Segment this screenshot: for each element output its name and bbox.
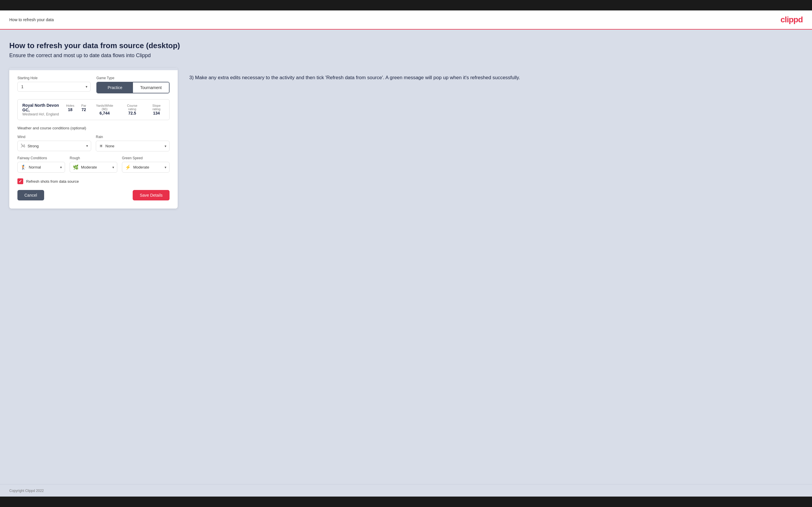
- practice-button[interactable]: Practice: [97, 82, 133, 93]
- header: How to refresh your data clippd: [0, 10, 812, 30]
- starting-hole-group: Starting Hole 1 ▾: [17, 76, 91, 94]
- top-bar: [0, 0, 812, 10]
- game-type-group: Game Type Practice Tournament: [96, 76, 169, 94]
- save-button[interactable]: Save Details: [133, 190, 169, 201]
- starting-hole-select[interactable]: 1: [21, 84, 87, 89]
- holes-stat: Holes 18: [66, 104, 74, 115]
- checkmark-icon: ✓: [18, 179, 22, 184]
- course-location: Westward Ho!, England: [22, 112, 66, 116]
- green-speed-label: Green Speed: [122, 156, 169, 160]
- wind-icon: 🌬: [20, 143, 25, 149]
- rough-label: Rough: [70, 156, 117, 160]
- course-stats: Holes 18 Par 72 Yards/White (M)) 6,744 C…: [66, 104, 165, 115]
- yards-stat: Yards/White (M)) 6,744: [93, 104, 116, 115]
- refresh-label: Refresh shots from data source: [26, 179, 79, 184]
- cancel-button[interactable]: Cancel: [17, 190, 44, 201]
- rain-select-wrapper[interactable]: ☀ None ▾: [96, 141, 169, 152]
- side-text: 3) Make any extra edits necessary to the…: [189, 68, 803, 81]
- rough-select-wrapper[interactable]: 🌿 Moderate ▾: [70, 162, 117, 173]
- fairway-rough-green-row: Fairway Conditions 🏌 Normal ▾ Rough 🌿: [17, 156, 169, 173]
- holes-value: 18: [66, 107, 74, 112]
- side-text-paragraph: 3) Make any extra edits necessary to the…: [189, 74, 803, 81]
- par-label: Par: [81, 104, 86, 107]
- wind-rain-row: Wind 🌬 Strong ▾ Rain ☀ None: [17, 135, 169, 152]
- page-subtitle: Ensure the correct and most up to date d…: [9, 53, 803, 59]
- fairway-icon: 🏌: [20, 164, 27, 170]
- footer: Copyright Clippd 2022: [0, 484, 812, 497]
- starting-hole-label: Starting Hole: [17, 76, 91, 80]
- page-title: How to refresh your data from source (de…: [9, 41, 803, 50]
- wind-group: Wind 🌬 Strong ▾: [17, 135, 91, 152]
- rain-select[interactable]: None: [105, 144, 166, 148]
- par-value: 72: [81, 107, 86, 112]
- rough-icon: 🌿: [73, 164, 79, 170]
- yards-label: Yards/White (M)): [93, 104, 116, 111]
- starting-hole-select-wrapper[interactable]: 1 ▾: [17, 82, 91, 92]
- green-speed-select[interactable]: Moderate: [133, 165, 166, 169]
- fairway-select[interactable]: Normal: [29, 165, 62, 169]
- fairway-select-wrapper[interactable]: 🏌 Normal ▾: [17, 162, 65, 173]
- rough-select[interactable]: Moderate: [81, 165, 114, 169]
- refresh-checkbox[interactable]: ✓: [17, 178, 23, 184]
- card-strip: [9, 68, 178, 70]
- par-stat: Par 72: [81, 104, 86, 115]
- bottom-bar: [0, 497, 812, 507]
- button-row: Cancel Save Details: [17, 190, 169, 201]
- game-type-label: Game Type: [96, 76, 169, 80]
- course-row: Royal North Devon GC, Westward Ho!, Engl…: [17, 99, 169, 120]
- game-type-toggle: Practice Tournament: [96, 82, 169, 94]
- tournament-button[interactable]: Tournament: [133, 82, 169, 93]
- main-content: How to refresh your data from source (de…: [0, 30, 812, 484]
- weather-section-header: Weather and course conditions (optional): [17, 126, 169, 130]
- slope-rating-value: 134: [148, 111, 165, 115]
- wind-select-wrapper[interactable]: 🌬 Strong ▾: [17, 141, 91, 151]
- header-title: How to refresh your data: [9, 17, 54, 22]
- rain-label: Rain: [96, 135, 169, 139]
- slope-rating-label: Slope rating: [148, 104, 165, 111]
- course-rating-value: 72.5: [123, 111, 141, 115]
- course-rating-stat: Course rating 72.5: [123, 104, 141, 115]
- refresh-checkbox-row: ✓ Refresh shots from data source: [17, 178, 169, 184]
- green-speed-group: Green Speed ⚡ Moderate ▾: [122, 156, 169, 173]
- course-info: Royal North Devon GC, Westward Ho!, Engl…: [22, 103, 66, 116]
- slope-rating-stat: Slope rating 134: [148, 104, 165, 115]
- holes-label: Holes: [66, 104, 74, 107]
- green-speed-select-wrapper[interactable]: ⚡ Moderate ▾: [122, 162, 169, 173]
- yards-value: 6,744: [93, 111, 116, 115]
- green-speed-icon: ⚡: [125, 164, 131, 170]
- form-card: Starting Hole 1 ▾ Game Type Practice Tou…: [9, 68, 178, 209]
- wind-select[interactable]: Strong: [28, 144, 88, 148]
- course-rating-label: Course rating: [123, 104, 141, 111]
- fairway-group: Fairway Conditions 🏌 Normal ▾: [17, 156, 65, 173]
- rain-icon: ☀: [99, 143, 103, 149]
- fairway-label: Fairway Conditions: [17, 156, 65, 160]
- starting-hole-game-type-row: Starting Hole 1 ▾ Game Type Practice Tou…: [17, 76, 169, 94]
- rough-group: Rough 🌿 Moderate ▾: [70, 156, 117, 173]
- content-area: Starting Hole 1 ▾ Game Type Practice Tou…: [9, 68, 803, 209]
- wind-label: Wind: [17, 135, 91, 139]
- logo: clippd: [781, 15, 803, 24]
- rain-group: Rain ☀ None ▾: [96, 135, 169, 152]
- course-name: Royal North Devon GC,: [22, 103, 66, 112]
- copyright: Copyright Clippd 2022: [9, 489, 44, 493]
